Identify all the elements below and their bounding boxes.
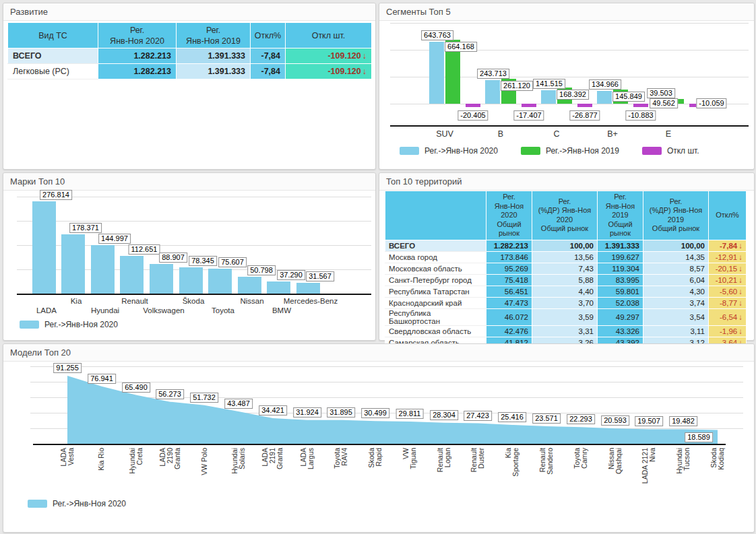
value-label: -20.405 bbox=[458, 110, 488, 121]
axis-label: LADA 2191 Granta bbox=[261, 448, 284, 495]
value-label: 34.421 bbox=[259, 405, 287, 415]
value-label: 18.589 bbox=[685, 432, 713, 442]
axis-label-Kia: Kia bbox=[71, 297, 82, 305]
value-label: 643.763 bbox=[421, 30, 453, 40]
legend-label: Рег.->Янв-Ноя 2020 bbox=[53, 499, 126, 508]
value-label: 261.120 bbox=[501, 81, 533, 91]
bar-Nissan[interactable] bbox=[238, 277, 261, 294]
bar-BMW[interactable] bbox=[267, 281, 290, 294]
panel-territories: Топ 10 территорий Рег. Янв-Ноя 2020 Общи… bbox=[379, 172, 755, 341]
bar-Hyundai[interactable] bbox=[91, 245, 115, 294]
bar-Mercedes-Benz[interactable] bbox=[296, 283, 320, 294]
value-label: 19.507 bbox=[635, 416, 663, 426]
table-row[interactable]: ВСЕГО1.282.2131.391.333-7,84-109.120↓ bbox=[8, 48, 372, 64]
value-label: 134.966 bbox=[589, 79, 621, 90]
table-row[interactable]: Московская область95.2697,43119.3048,57-… bbox=[385, 263, 747, 274]
down-arrow-icon: ↓ bbox=[738, 265, 743, 273]
column-header: Рег. Янв-Ноя 2020 bbox=[98, 23, 177, 48]
cell-share-2019: 3,74 bbox=[643, 297, 709, 308]
cell-reg-2020: 173.846 bbox=[486, 251, 532, 263]
bar-otkl-C[interactable] bbox=[577, 104, 592, 107]
development-table-header: Вид ТСРег. Янв-Ноя 2020Рег. Янв-Ноя 2019… bbox=[8, 23, 372, 48]
value-label: 78.345 bbox=[189, 256, 217, 266]
bar-2020-SUV[interactable] bbox=[429, 42, 444, 104]
value-label: 31.895 bbox=[327, 407, 355, 418]
axis-label: Hyundai Solaris bbox=[231, 448, 246, 495]
bar-2020-B+[interactable] bbox=[597, 91, 612, 104]
down-arrow-icon: ↓ bbox=[738, 313, 743, 321]
axis-label-B: B bbox=[498, 129, 503, 139]
down-arrow-icon: ↓ bbox=[363, 67, 367, 76]
value-label: 76.941 bbox=[88, 374, 116, 384]
axis-label: Hyundai Tucson bbox=[676, 448, 691, 495]
bar-Toyota[interactable] bbox=[208, 269, 232, 294]
value-label: 31.567 bbox=[306, 271, 334, 281]
territories-table-body: ВСЕГО1.282.213100,001.391.333100,00-7,84… bbox=[385, 240, 747, 352]
value-label: 168.392 bbox=[557, 90, 589, 100]
bar-LADA[interactable] bbox=[32, 201, 56, 294]
dashboard: { "colors": { "page_bg": "#e8e8e8", "tab… bbox=[0, 0, 756, 534]
column-header bbox=[385, 191, 486, 240]
table-row[interactable]: Краснодарский край47.4733,7052.0383,74-8… bbox=[385, 297, 747, 308]
bar-otkl-SUV[interactable] bbox=[466, 104, 480, 107]
axis-label: VW Polo bbox=[201, 448, 208, 495]
column-header: Рег. Янв-Ноя 2019 Общий рынок bbox=[598, 191, 643, 240]
legend-swatch bbox=[642, 147, 662, 155]
axis-label: Toyota RAV4 bbox=[334, 448, 348, 495]
value-label: 49.562 bbox=[650, 98, 678, 108]
table-row[interactable]: ВСЕГО1.282.213100,001.391.333100,00-7,84… bbox=[385, 240, 747, 251]
cell-share-2019: 4,30 bbox=[643, 286, 709, 297]
legend-item[interactable]: Рег.->Янв-Ноя 2020 bbox=[28, 499, 126, 508]
value-label: 243.713 bbox=[477, 69, 509, 79]
legend-label: Рег.->Янв-Ноя 2020 bbox=[44, 320, 118, 329]
panel-segments: Сегменты Топ 5 643.763664.168-20.405SUV2… bbox=[379, 3, 755, 170]
legend-item[interactable]: Рег.->Янв-Ноя 2019 bbox=[521, 146, 619, 156]
legend-label: Рег.->Янв-Ноя 2019 bbox=[546, 146, 619, 156]
grid-line bbox=[390, 23, 749, 24]
table-row[interactable]: Санкт-Петербург город75.4185,8883.9956,0… bbox=[385, 274, 747, 286]
legend-item[interactable]: Откл шт. bbox=[642, 146, 699, 156]
bar-Volkswagen[interactable] bbox=[150, 264, 173, 294]
cell-territory: Свердловская область bbox=[385, 325, 486, 337]
cell-reg-2019: 199.627 bbox=[598, 251, 643, 263]
legend-item[interactable]: Рег.->Янв-Ноя 2020 bbox=[20, 320, 118, 329]
axis-label: VW Tiguan bbox=[402, 448, 417, 495]
table-row[interactable]: Москва город173.84613,56199.62714,35-12,… bbox=[385, 251, 747, 263]
value-label: 25.416 bbox=[498, 412, 526, 422]
bar-2020-C[interactable] bbox=[541, 90, 556, 104]
chart-legend: Рег.->Янв-Ноя 2020Рег.->Янв-Ноя 2019Откл… bbox=[400, 146, 699, 156]
table-row[interactable]: Легковые (PC)1.282.2131.391.333-7,84-109… bbox=[8, 64, 372, 79]
value-label: 28.304 bbox=[430, 410, 458, 420]
bar-Renault[interactable] bbox=[120, 256, 144, 294]
bar-otkl-B[interactable] bbox=[522, 104, 536, 107]
down-arrow-icon: ↓ bbox=[738, 288, 743, 296]
axis-label: Kia Sportage bbox=[505, 448, 519, 495]
area-series[interactable] bbox=[67, 376, 718, 444]
table-row[interactable]: Республика Татарстан56.4514,4059.8014,30… bbox=[385, 286, 747, 297]
value-label: 88.907 bbox=[159, 253, 187, 263]
axis-label-Volkswagen: Volkswagen bbox=[143, 306, 184, 314]
cell-share-2020: 3,31 bbox=[532, 325, 598, 337]
table-row[interactable]: Свердловская область42.4763,3143.3263,11… bbox=[385, 325, 747, 337]
bar-2020-B[interactable] bbox=[485, 80, 500, 104]
axis-label: LADA 2121 Niva bbox=[641, 448, 656, 495]
value-label: 27.423 bbox=[464, 411, 492, 421]
down-arrow-icon: ↓ bbox=[738, 242, 743, 250]
cell-share-2019: 100,00 bbox=[643, 240, 709, 251]
cell-share-2019: 6,04 bbox=[643, 274, 709, 286]
legend-item[interactable]: Рег.->Янв-Ноя 2020 bbox=[400, 146, 498, 156]
value-label: 112.651 bbox=[129, 244, 160, 255]
axis-label: LADA Largus bbox=[300, 448, 315, 495]
bar-otkl-B+[interactable] bbox=[633, 104, 648, 107]
cell-reg-2020: 42.476 bbox=[486, 325, 532, 337]
development-table: Вид ТСРег. Янв-Ноя 2020Рег. Янв-Ноя 2019… bbox=[7, 22, 372, 79]
axis-label-Nissan: Nissan bbox=[240, 297, 263, 305]
cell-share-2020: 5,88 bbox=[532, 274, 598, 286]
table-row[interactable]: Республика Башкортостан46.0723,5949.2973… bbox=[385, 308, 747, 325]
bar-Kia[interactable] bbox=[61, 234, 85, 294]
legend-swatch bbox=[521, 147, 540, 155]
bar-Škoda[interactable] bbox=[179, 267, 203, 294]
value-label: 91.255 bbox=[53, 363, 82, 373]
cell-vehicle-type: Легковые (PC) bbox=[8, 64, 98, 79]
axis-label-Škoda: Škoda bbox=[183, 297, 205, 305]
